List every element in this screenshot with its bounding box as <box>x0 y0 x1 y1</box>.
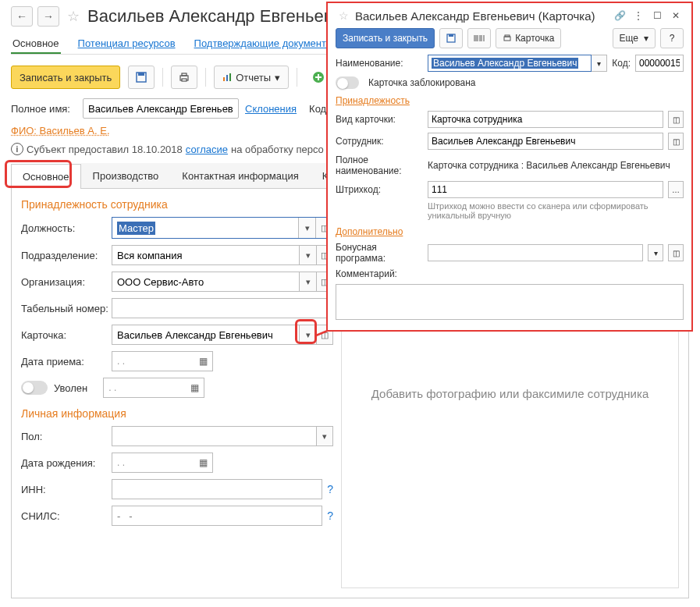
svg-rect-5 <box>223 77 225 81</box>
nav-potential[interactable]: Потенциал ресурсов <box>76 34 177 54</box>
close-icon[interactable]: ✕ <box>668 8 684 23</box>
calendar-icon[interactable]: ▦ <box>199 356 208 367</box>
popup-star-icon[interactable]: ☆ <box>339 9 349 22</box>
inn-label: ИНН: <box>21 484 112 495</box>
link-icon[interactable]: 🔗 <box>612 8 627 23</box>
position-input[interactable]: Мастер <box>112 218 298 238</box>
popup-code-input[interactable] <box>635 55 684 72</box>
gender-label: Пол: <box>21 431 112 442</box>
calendar-icon[interactable]: ▦ <box>190 382 199 393</box>
info-icon: i <box>11 143 23 155</box>
save-icon <box>136 72 147 83</box>
declension-link[interactable]: Склонения <box>245 103 297 115</box>
popup-save-close[interactable]: Записать и закрыть <box>336 28 435 48</box>
org-input[interactable] <box>112 272 299 292</box>
nav-main[interactable]: Основное <box>11 34 61 54</box>
popup-employee-label: Сотрудник: <box>336 136 423 147</box>
popup-employee-open[interactable]: ◫ <box>668 133 684 150</box>
hiredate-label: Дата приема: <box>21 356 112 367</box>
popup-name-label: Наименование: <box>336 58 423 69</box>
left-column: Принадлежность сотрудника Должность: Мас… <box>21 189 333 588</box>
popup-bonus-open[interactable]: ◫ <box>668 244 684 261</box>
separator <box>162 68 163 87</box>
chevron-down-icon: ▾ <box>275 72 280 83</box>
popup-cardtype-input[interactable] <box>428 111 663 128</box>
popup-cardtype-open[interactable]: ◫ <box>668 111 684 128</box>
tabnum-input[interactable] <box>112 298 333 318</box>
svg-rect-10 <box>449 34 453 37</box>
popup-save-button[interactable] <box>439 28 463 48</box>
nav-docs[interactable]: Подтверждающие документы <box>193 34 336 54</box>
popup-section-membership: Принадлежность <box>336 95 684 106</box>
calendar-icon[interactable]: ▦ <box>199 457 208 468</box>
star-icon[interactable]: ☆ <box>67 8 80 25</box>
popup-barcode-button[interactable] <box>467 28 491 48</box>
org-label: Организация: <box>21 276 112 288</box>
menu-icon[interactable]: ⋮ <box>631 8 646 23</box>
snils-input[interactable] <box>112 506 322 526</box>
separator <box>297 68 297 87</box>
popup-locked-toggle[interactable] <box>336 76 359 89</box>
consent-link[interactable]: согласие <box>186 144 228 155</box>
popup-section-additional: Дополнительно <box>336 226 684 237</box>
svg-rect-12 <box>505 35 510 37</box>
svg-rect-11 <box>504 37 510 41</box>
popup-more-button[interactable]: Еще▾ <box>613 28 656 48</box>
position-dropdown[interactable]: ▾ <box>298 218 315 238</box>
popup-cardtype-label: Вид карточки: <box>336 114 423 125</box>
snils-help[interactable]: ? <box>327 509 333 522</box>
popup-name-input[interactable]: Васильев Александр Евгеньевич <box>428 55 592 72</box>
svg-rect-7 <box>229 73 231 81</box>
popup-card-button[interactable]: Карточка <box>496 28 561 48</box>
hiredate-input[interactable]: . . ▦ <box>112 351 213 371</box>
page-title: Васильев Александр Евгеньевич <box>87 6 351 27</box>
reports-icon <box>222 73 232 82</box>
gender-dropdown[interactable]: ▾ <box>316 426 333 446</box>
tabnum-label: Табельный номер: <box>21 303 112 314</box>
snils-label: СНИЛС: <box>21 510 112 522</box>
forward-button[interactable]: → <box>37 6 59 27</box>
popup-barcode-input[interactable] <box>428 181 663 198</box>
popup-help-button[interactable]: ? <box>660 28 684 48</box>
popup-bonus-input[interactable] <box>428 244 643 261</box>
birthdate-label: Дата рождения: <box>21 457 112 469</box>
org-dropdown[interactable]: ▾ <box>299 272 316 292</box>
department-dropdown[interactable]: ▾ <box>299 245 316 265</box>
reports-button[interactable]: Отчеты ▾ <box>214 66 289 89</box>
popup-barcode-hint: Штрихкод можно ввести со сканера или сфо… <box>336 201 684 220</box>
inn-help[interactable]: ? <box>327 483 333 495</box>
popup-bonus-dropdown[interactable]: ▾ <box>648 244 663 261</box>
print-button[interactable] <box>171 66 197 89</box>
card-input[interactable] <box>112 325 299 345</box>
gender-input[interactable] <box>112 426 316 446</box>
card-dropdown[interactable]: ▾ <box>299 325 316 345</box>
svg-rect-3 <box>182 73 187 76</box>
maximize-icon[interactable]: ☐ <box>649 8 665 23</box>
fio-link[interactable]: ФИО: Васильев А. Е. <box>11 125 110 137</box>
popup-barcode-more[interactable]: … <box>668 181 684 198</box>
fired-date-input[interactable]: . . ▦ <box>103 378 204 398</box>
popup-barcode-label: Штрихкод: <box>336 184 423 195</box>
department-input[interactable] <box>112 245 299 265</box>
popup-employee-input[interactable] <box>428 133 663 150</box>
popup-title: Васильев Александр Евгеньевич (Карточка) <box>355 9 609 23</box>
svg-rect-4 <box>182 79 187 81</box>
popup-comment-label: Комментарий: <box>336 268 423 279</box>
tab-contact[interactable]: Контактная информация <box>170 163 310 188</box>
birthdate-input[interactable]: . . ▦ <box>112 453 213 473</box>
fired-toggle[interactable] <box>21 381 48 395</box>
back-button[interactable]: ← <box>11 6 33 27</box>
section-personal: Личная информация <box>21 407 333 420</box>
card-label: Карточка: <box>21 329 112 341</box>
popup-bonus-label: Бонусная программа: <box>336 242 423 264</box>
fullname-label: Полное имя: <box>11 103 76 115</box>
tab-main[interactable]: Основное <box>11 164 81 189</box>
separator <box>205 68 206 87</box>
tab-production[interactable]: Производство <box>81 163 171 188</box>
fullname-input[interactable] <box>83 98 239 119</box>
popup-name-dropdown[interactable]: ▾ <box>592 55 607 72</box>
save-button[interactable] <box>128 66 155 89</box>
inn-input[interactable] <box>112 479 322 499</box>
save-close-button[interactable]: Записать и закрыть <box>11 66 120 89</box>
popup-comment-input[interactable] <box>336 284 684 320</box>
